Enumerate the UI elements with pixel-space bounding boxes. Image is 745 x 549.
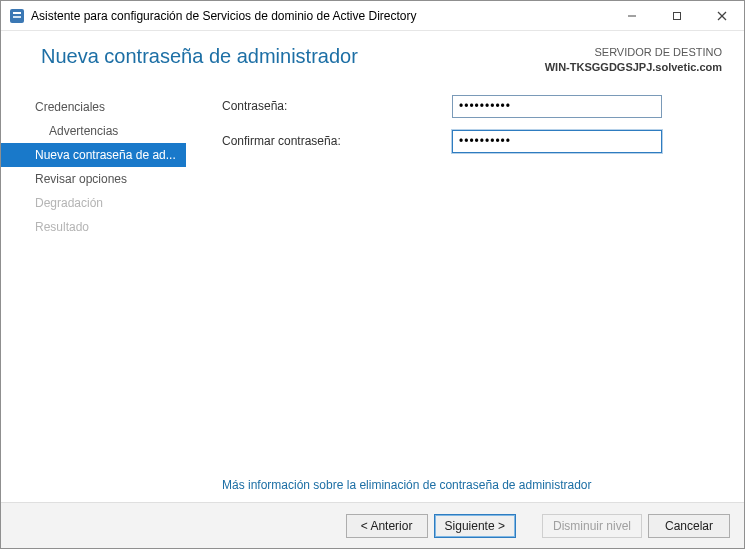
demote-button: Disminuir nivel	[542, 514, 642, 538]
titlebar: Asistente para configuración de Servicio…	[1, 1, 744, 31]
password-label: Contraseña:	[222, 99, 452, 113]
more-info-link[interactable]: Más información sobre la eliminación de …	[222, 478, 592, 492]
target-server-block: SERVIDOR DE DESTINO WIN-TKSGGDGSJPJ.solv…	[545, 45, 722, 75]
row-password: Contraseña:	[222, 95, 714, 118]
page-title: Nueva contraseña de administrador	[41, 45, 545, 68]
row-confirm: Confirmar contraseña:	[222, 130, 714, 153]
step-resultado: Resultado	[1, 215, 186, 239]
step-revisar-opciones[interactable]: Revisar opciones	[1, 167, 186, 191]
page-header: Nueva contraseña de administrador SERVID…	[1, 31, 744, 85]
password-input[interactable]	[452, 95, 662, 118]
wizard-window: Asistente para configuración de Servicio…	[0, 0, 745, 549]
confirm-password-input[interactable]	[452, 130, 662, 153]
app-icon	[9, 8, 25, 24]
close-button[interactable]	[699, 1, 744, 31]
previous-button[interactable]: < Anterior	[346, 514, 428, 538]
target-host: WIN-TKSGGDGSJPJ.solvetic.com	[545, 60, 722, 75]
svg-rect-2	[13, 16, 21, 18]
window-title: Asistente para configuración de Servicio…	[31, 9, 417, 23]
steps-sidebar: Credenciales Advertencias Nueva contrase…	[1, 91, 186, 502]
svg-rect-4	[673, 12, 680, 19]
step-advertencias[interactable]: Advertencias	[1, 119, 186, 143]
maximize-button[interactable]	[654, 1, 699, 31]
svg-rect-1	[13, 12, 21, 14]
next-button[interactable]: Siguiente >	[434, 514, 516, 538]
step-credenciales[interactable]: Credenciales	[1, 95, 186, 119]
content-pane: Contraseña: Confirmar contraseña: Más in…	[186, 91, 744, 502]
step-nueva-contrasena[interactable]: Nueva contraseña de ad...	[1, 143, 186, 167]
body: Credenciales Advertencias Nueva contrase…	[1, 85, 744, 502]
confirm-label: Confirmar contraseña:	[222, 134, 452, 148]
cancel-button[interactable]: Cancelar	[648, 514, 730, 538]
footer: < Anterior Siguiente > Disminuir nivel C…	[1, 502, 744, 548]
minimize-button[interactable]	[609, 1, 654, 31]
target-label: SERVIDOR DE DESTINO	[545, 45, 722, 60]
step-degradacion: Degradación	[1, 191, 186, 215]
